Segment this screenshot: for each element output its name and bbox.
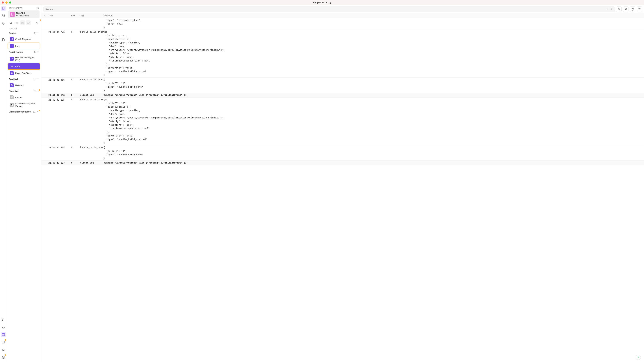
column-time[interactable]: Time bbox=[48, 14, 71, 17]
sidebar-item-label: Crash Reporter bbox=[15, 38, 31, 40]
pin-to-bottom-button[interactable] bbox=[636, 355, 641, 360]
sidebar-item-react-devtools[interactable]: React DevTools bbox=[8, 70, 40, 76]
log-pid: 0 bbox=[71, 161, 80, 165]
sidebar-item-hermes-debugger[interactable]: Hermes Debugger (RN) bbox=[8, 55, 40, 63]
layout-icon bbox=[10, 95, 14, 99]
globe-icon bbox=[10, 83, 14, 87]
sidebar-item-label: Shared Preferences Viewer bbox=[15, 102, 38, 108]
log-body[interactable]: "type": "initialize_done", "port": 8081 … bbox=[41, 18, 644, 362]
rail-right-panel-toggle[interactable] bbox=[1, 340, 6, 345]
arrow-icon bbox=[10, 44, 14, 48]
plugins-label: PLUGINS bbox=[7, 27, 41, 30]
sidebar-item-device-logs[interactable]: Logs bbox=[8, 43, 40, 49]
swap-icon[interactable] bbox=[610, 8, 613, 11]
log-time: 21:41:37.198 bbox=[43, 93, 71, 97]
log-message: "type": "initialize_done", "port": 8081 … bbox=[104, 18, 644, 29]
rail-plugin-grid[interactable] bbox=[1, 13, 6, 18]
sidebar-header-label: APP INSPECT bbox=[9, 7, 22, 9]
log-row[interactable]: 21:41:37.1980client_logRunning "Circular… bbox=[41, 93, 644, 98]
search-input[interactable] bbox=[45, 8, 607, 11]
rail-left-panel-toggle[interactable] bbox=[1, 332, 6, 337]
rail-bug-icon[interactable] bbox=[1, 347, 6, 352]
record-button bbox=[26, 20, 31, 25]
window-title: Flipper (0.190.0) bbox=[313, 1, 331, 4]
column-tag[interactable]: Tag bbox=[80, 14, 104, 17]
section-disabled[interactable]: Disabled 2 bbox=[7, 89, 41, 94]
section-unavailable[interactable]: Unavailable plugins 11 bbox=[7, 109, 41, 114]
log-table-header: Time PID Tag Message bbox=[41, 13, 644, 18]
log-row[interactable]: 21:42:33.1770client_logRunning "Circular… bbox=[41, 161, 644, 165]
app-badge-icon bbox=[10, 12, 15, 17]
notification-dot bbox=[5, 339, 6, 341]
menu-button[interactable] bbox=[637, 6, 642, 12]
log-tag: bundle_build_done bbox=[80, 78, 104, 92]
chevron-up-icon bbox=[37, 31, 39, 35]
box-icon bbox=[10, 103, 14, 107]
rail-settings-icon[interactable] bbox=[1, 355, 6, 360]
window-minimize-button[interactable] bbox=[6, 1, 8, 3]
log-time: 21:41:34.276 bbox=[43, 30, 71, 77]
target-button[interactable] bbox=[623, 6, 628, 12]
info-icon[interactable] bbox=[36, 6, 39, 10]
section-title: React Native bbox=[9, 51, 23, 53]
sparkle-button[interactable] bbox=[34, 20, 39, 25]
window-close-button[interactable] bbox=[2, 1, 4, 3]
box-icon bbox=[10, 37, 14, 41]
log-row[interactable]: "type": "initialize_done", "port": 8081 … bbox=[41, 18, 644, 30]
section-react-native[interactable]: React Native 3 bbox=[7, 49, 41, 55]
log-time: 21:42:32.195 bbox=[43, 98, 71, 145]
log-time: 21:41:36.466 bbox=[43, 78, 71, 92]
log-message: { "buildID": "1", "bundleDetails": { "bu… bbox=[104, 30, 644, 77]
filter-icon[interactable] bbox=[43, 14, 48, 17]
rail-lock-icon[interactable] bbox=[1, 325, 6, 330]
app-name: testApp bbox=[16, 11, 29, 14]
rail-file-icon[interactable] bbox=[1, 37, 6, 42]
log-pid: 0 bbox=[71, 98, 80, 145]
notification-dot bbox=[39, 110, 40, 111]
sidebar-item-network[interactable]: Network bbox=[8, 82, 40, 88]
rail-rocket-icon[interactable] bbox=[1, 317, 6, 322]
log-pid: 0 bbox=[71, 30, 80, 77]
sidebar-item-label: Logs bbox=[15, 45, 20, 47]
log-message: { "buildID": "3", "type": "bundle_build_… bbox=[104, 146, 644, 160]
search-button[interactable] bbox=[616, 6, 622, 12]
sidebar-item-layout[interactable]: Layout bbox=[8, 94, 40, 100]
section-title: Unavailable plugins bbox=[9, 110, 31, 113]
sidebar-item-label: Layout bbox=[15, 96, 22, 99]
column-message[interactable]: Message bbox=[104, 14, 644, 17]
section-enabled[interactable]: Enabled 1 bbox=[7, 77, 41, 82]
search-box[interactable] bbox=[43, 6, 615, 12]
log-message: { "buildID": "3", "bundleDetails": { "bu… bbox=[104, 98, 644, 145]
rail-notifications[interactable] bbox=[1, 21, 6, 26]
dev-menu-button[interactable] bbox=[14, 20, 19, 25]
log-time bbox=[43, 18, 71, 29]
sidebar-item-label: React DevTools bbox=[15, 72, 32, 75]
updown-icon[interactable] bbox=[607, 8, 609, 11]
sidebar-item-crash-reporter[interactable]: Crash Reporter bbox=[8, 36, 40, 42]
reload-button[interactable] bbox=[9, 20, 13, 25]
sidebar-item-label: Network bbox=[15, 84, 24, 87]
log-row[interactable]: 21:41:36.4660bundle_build_done{ "buildID… bbox=[41, 78, 644, 93]
log-row[interactable]: 21:42:32.2540bundle_build_done{ "buildID… bbox=[41, 145, 644, 161]
section-count: 2 bbox=[34, 90, 36, 93]
app-selector[interactable]: testApp React Native bbox=[8, 10, 40, 18]
window-zoom-button[interactable] bbox=[9, 1, 11, 3]
section-title: Disabled bbox=[9, 90, 18, 93]
sidebar-item-label: Hermes Debugger (RN) bbox=[15, 56, 38, 61]
section-count: 11 bbox=[33, 110, 36, 113]
rail-app-inspect[interactable] bbox=[1, 6, 6, 11]
log-tag: bundle_build_done bbox=[80, 146, 104, 160]
clear-button[interactable] bbox=[630, 6, 635, 12]
log-pid: 0 bbox=[71, 93, 80, 97]
section-device[interactable]: Device 2 bbox=[7, 30, 41, 36]
app-platform: React Native bbox=[16, 14, 29, 17]
section-title: Enabled bbox=[9, 78, 18, 81]
log-row[interactable]: 21:42:32.1950bundle_build_started{ "buil… bbox=[41, 98, 644, 145]
chevron-up-icon bbox=[37, 78, 39, 81]
sidebar-item-shared-prefs[interactable]: Shared Preferences Viewer bbox=[8, 101, 40, 109]
section-title: Device bbox=[9, 32, 16, 34]
log-row[interactable]: 21:41:34.2760bundle_build_started{ "buil… bbox=[41, 30, 644, 78]
section-count: 2 bbox=[34, 32, 36, 34]
column-pid[interactable]: PID bbox=[71, 14, 80, 17]
sidebar-item-rn-logs[interactable]: Logs bbox=[8, 63, 40, 69]
